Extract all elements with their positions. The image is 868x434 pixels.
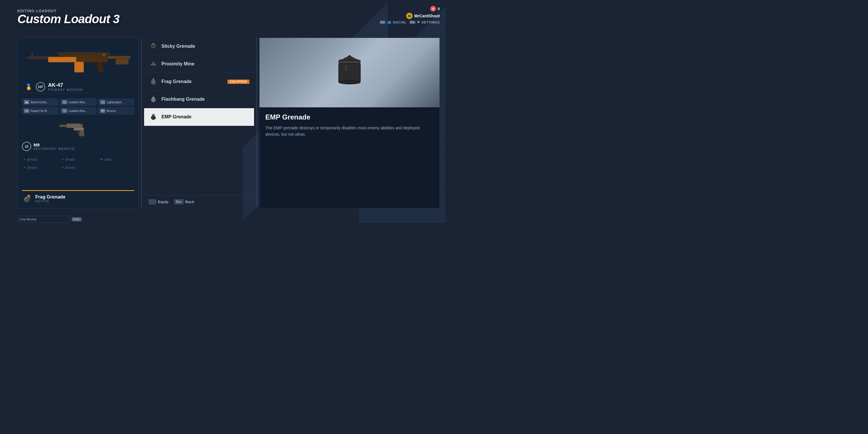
attachment-barrel[interactable]: ▬ Barrel Exten... — [22, 99, 58, 105]
svg-rect-36 — [339, 63, 361, 82]
device-type: DEVICE — [35, 199, 65, 203]
item-details: EMP Grenade The EMP grenade destroys or … — [259, 107, 439, 208]
svg-point-48 — [345, 65, 347, 72]
device-section[interactable]: 💣 Frag Grenade DEVICE — [22, 190, 134, 204]
svg-rect-13 — [74, 128, 84, 130]
divider-left — [141, 38, 142, 208]
svg-rect-8 — [48, 57, 76, 62]
empty-slot-3[interactable]: + [Empty] — [22, 164, 58, 171]
skin-slot[interactable]: 👁 [Skin] — [98, 156, 134, 163]
left-panel: 🏅 107 AK-47 PRIMARY WEAPON ▬ Barrel Exte… — [18, 38, 139, 208]
secondary-weapon-name: M9 — [34, 142, 75, 147]
chat-window: Chat Window Enter — [18, 216, 82, 223]
lightweight-icon: ◁ — [100, 100, 105, 104]
score-row: ◎ 0 — [430, 6, 440, 11]
emp-grenade-svg — [332, 51, 367, 94]
social-key: F2 — [380, 21, 386, 24]
plus-icon-3: + — [24, 165, 26, 169]
svg-point-21 — [153, 61, 154, 62]
device-name: Frag Grenade — [35, 194, 65, 199]
back-label: Back — [185, 199, 194, 204]
chat-input[interactable]: Chat Window — [18, 216, 69, 223]
attachment-rapid[interactable]: ◎ Rapid Fire B... — [22, 107, 58, 114]
grenade-item-proximity[interactable]: Proximity Mine — [144, 55, 254, 73]
sticky-icon — [149, 42, 158, 51]
item-name: EMP Grenade — [265, 113, 434, 121]
primary-level: 107 — [36, 82, 45, 91]
empty-slot-1[interactable]: + [Empty] — [22, 156, 58, 163]
barrel-icon: ▬ — [24, 100, 29, 104]
divider-right — [256, 38, 257, 208]
sticky-label: Sticky Grenade — [161, 44, 249, 49]
settings-button[interactable]: F3 ⚙ SETTINGS — [409, 20, 440, 24]
primary-weapon-display — [22, 42, 134, 77]
grenade-item-flashbang[interactable]: Flashbang Grenade — [144, 91, 254, 108]
grenade-item-emp[interactable]: EMP Grenade — [144, 108, 254, 126]
svg-rect-0 — [104, 56, 131, 59]
svg-rect-9 — [102, 54, 105, 55]
secondary-weapon-type: SECONDARY WEAPON — [34, 147, 75, 151]
svg-rect-1 — [116, 59, 128, 64]
svg-marker-14 — [79, 130, 85, 136]
plus-icon-1: + — [24, 157, 26, 161]
loadout-title: Custom Loadout 3 — [18, 13, 120, 25]
grenade-item-sticky[interactable]: Sticky Grenade — [144, 38, 254, 55]
svg-rect-5 — [24, 57, 28, 59]
level-badge: 41 — [406, 13, 412, 19]
barrel-name: Barrel Exten... — [31, 101, 49, 104]
settings-icon: ⚙ — [417, 20, 420, 24]
item-description: The EMP grenade destroys or temporarily … — [265, 125, 434, 138]
attachment-leather2[interactable]: 🔧 Leather-Wra... — [60, 107, 96, 114]
emp-icon — [149, 112, 158, 122]
bronze-icon: 👁 — [100, 109, 105, 113]
svg-line-27 — [153, 96, 155, 96]
primary-weapon-info: 🏅 107 AK-47 PRIMARY WEAPON — [22, 81, 134, 93]
wreath-icon: 🏅 — [24, 83, 33, 91]
svg-rect-33 — [339, 61, 361, 63]
equipped-badge: EQUIPPED — [227, 80, 249, 84]
plus-icon-4: + — [62, 165, 64, 169]
frag-label: Frag Grenade — [161, 79, 224, 84]
proximity-label: Proximity Mine — [161, 61, 249, 66]
user-row: 41 MrCantShoot — [406, 13, 440, 19]
svg-rect-3 — [58, 52, 110, 55]
flashbang-label: Flashbang Grenade — [161, 97, 249, 102]
empty-label-1: [Empty] — [27, 158, 37, 161]
svg-rect-26 — [153, 97, 154, 98]
main-layout: 🏅 107 AK-47 PRIMARY WEAPON ▬ Barrel Exte… — [18, 38, 440, 208]
grenade-item-frag[interactable]: Frag Grenade EQUIPPED — [144, 73, 254, 91]
attachment-bronze[interactable]: 👁 Bronze — [98, 107, 134, 114]
skin-label: [Skin] — [105, 158, 112, 161]
right-panel: EMP Grenade The EMP grenade destroys or … — [259, 38, 440, 208]
social-icons: 👥 — [387, 20, 392, 24]
secondary-weapon-info: 12 M9 SECONDARY WEAPON — [22, 142, 134, 151]
svg-rect-18 — [153, 43, 154, 45]
item-preview — [259, 38, 439, 107]
flashbang-icon — [149, 95, 158, 104]
svg-point-24 — [153, 79, 154, 80]
settings-label: SETTINGS — [422, 21, 440, 24]
plus-icon-2: + — [62, 157, 64, 161]
emp-label: EMP Grenade — [161, 114, 249, 120]
device-icon: 💣 — [22, 193, 32, 204]
equip-label: Equip — [158, 199, 168, 204]
leather2-name: Leather-Wra... — [69, 110, 87, 113]
secondary-weapon-display — [58, 120, 98, 137]
nav-buttons[interactable]: F2 👥 SOCIAL F3 ⚙ SETTINGS — [380, 20, 440, 24]
social-button[interactable]: F2 👥 SOCIAL — [380, 20, 406, 24]
empty-slot-4[interactable]: + [Empty] — [60, 164, 96, 171]
svg-point-47 — [348, 55, 351, 59]
chat-input-label: Chat Window — [20, 218, 36, 221]
back-key: Esc — [174, 199, 183, 204]
empty-slot-2[interactable]: + [Empty] — [60, 156, 96, 163]
equip-button[interactable]: ⬛ Equip — [149, 199, 168, 204]
back-button[interactable]: Esc Back — [174, 199, 194, 204]
svg-rect-10 — [31, 53, 33, 57]
attachment-lightweight[interactable]: ◁ Lightweight... — [98, 99, 134, 105]
middle-panel: Sticky Grenade Proximity Mine — [144, 38, 254, 208]
attachment-leather1[interactable]: 🔧 Leather-Wra... — [60, 99, 96, 105]
leather1-icon: 🔧 — [62, 100, 67, 104]
username: MrCantShoot — [414, 13, 440, 18]
enter-key-badge: Enter — [72, 217, 82, 221]
svg-point-31 — [152, 114, 155, 115]
